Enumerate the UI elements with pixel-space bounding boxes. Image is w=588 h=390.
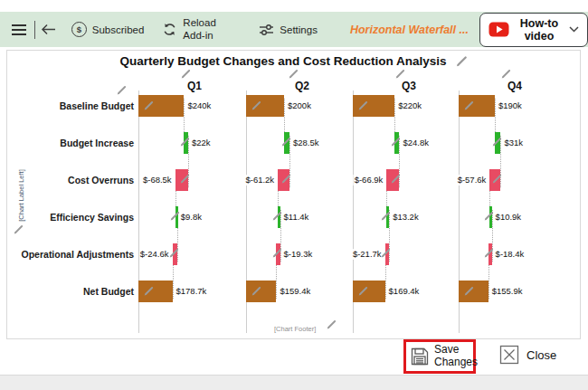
edit-bar-pencil-icon[interactable] — [483, 210, 495, 222]
settings-label: Settings — [280, 24, 318, 35]
reload-addin-button[interactable]: Reload Add-in — [162, 17, 224, 43]
edit-bar-pencil-icon[interactable] — [143, 100, 155, 111]
row-label: Operational Adjustments — [0, 249, 134, 260]
edit-column-header-pencil-icon[interactable] — [394, 68, 406, 80]
howto-video-button[interactable]: How-to video — [479, 13, 588, 47]
bar-value-label: $10.9k — [495, 212, 523, 223]
save-changes-label: Save Changes — [434, 344, 481, 369]
edit-bar-pencil-icon[interactable] — [491, 136, 503, 147]
bar-value-label: $200k — [287, 100, 312, 111]
bar-value-label: $-19.3k — [283, 249, 314, 260]
row-label: Budget Increase — [0, 138, 134, 148]
floppy-disk-icon — [410, 347, 430, 366]
chevron-down-icon — [569, 26, 579, 33]
edit-bar-pencil-icon[interactable] — [251, 100, 262, 111]
bar-value-label: $13.2k — [392, 212, 420, 223]
edit-bar-pencil-icon[interactable] — [357, 100, 369, 111]
edit-bar-pencil-icon[interactable] — [390, 173, 402, 185]
edit-bar-pencil-icon[interactable] — [143, 285, 155, 297]
bar-value-label: $220k — [397, 100, 422, 111]
edit-bar-pencil-icon[interactable] — [390, 136, 402, 147]
edit-bar-pencil-icon[interactable] — [179, 173, 191, 185]
refresh-icon — [162, 22, 177, 37]
bar-value-label: $155.9k — [491, 286, 524, 297]
edit-categories-pencil-icon[interactable] — [116, 84, 128, 96]
bar-value-label: $-61.2k — [244, 175, 275, 185]
edit-bar-pencil-icon[interactable] — [357, 285, 369, 297]
taskbar-strip — [0, 375, 588, 390]
addin-toolbar: $ Subscribed Reload Add-in — [0, 12, 588, 47]
bar-value-label: $159.4k — [279, 286, 311, 297]
bar-value-label: $190k — [498, 100, 523, 111]
reload-addin-label: Reload Add-in — [183, 17, 224, 43]
subscription-dollar-icon: $ — [71, 22, 87, 37]
subscribed-button[interactable]: $ Subscribed — [71, 22, 145, 37]
column-header: Q4 — [459, 80, 571, 92]
column-header: Q3 — [353, 80, 465, 92]
edit-bar-pencil-icon[interactable] — [483, 247, 495, 259]
chart-title-row: Quarterly Budget Changes and Cost Reduct… — [0, 54, 588, 68]
column-header: Q1 — [138, 80, 251, 92]
close-label: Close — [526, 348, 556, 362]
save-changes-button[interactable]: Save Changes — [406, 344, 481, 369]
row-label: Baseline Budget — [0, 100, 134, 111]
edit-bar-pencil-icon[interactable] — [168, 247, 180, 259]
edit-bar-pencil-icon[interactable] — [280, 173, 292, 185]
close-button[interactable]: Close — [499, 345, 556, 365]
edit-bar-pencil-icon[interactable] — [280, 136, 292, 147]
edit-column-header-pencil-icon[interactable] — [288, 68, 299, 80]
youtube-icon — [488, 22, 509, 37]
chart-footer-label[interactable]: [Chart Footer] — [274, 325, 316, 333]
edit-bar-pencil-icon[interactable] — [380, 247, 392, 259]
bar-value-label: $22k — [191, 138, 212, 148]
sliders-icon — [259, 24, 274, 36]
row-label: Net Budget — [0, 286, 134, 297]
edit-bar-pencil-icon[interactable] — [491, 173, 503, 185]
hamburger-menu-icon[interactable] — [10, 23, 28, 37]
edit-bar-pencil-icon[interactable] — [271, 247, 283, 259]
howto-video-label: How-to video — [516, 17, 563, 43]
edit-bar-pencil-icon[interactable] — [179, 136, 191, 147]
addin-title: Horizontal Waterfall ... — [350, 24, 469, 36]
bar-value-label: $178.7k — [175, 286, 208, 297]
edit-bar-pencil-icon[interactable] — [251, 285, 262, 297]
bar-value-label: $28.5k — [292, 138, 320, 148]
bar-value-label: $11.4k — [283, 212, 310, 223]
app-window: $ Subscribed Reload Add-in — [0, 0, 588, 390]
edit-left-label-pencil-icon[interactable] — [13, 224, 24, 235]
bar-value-label: $-66.9k — [354, 175, 384, 185]
bar-value-label: $240k — [186, 100, 212, 111]
edit-bar-pencil-icon[interactable] — [463, 100, 475, 111]
column-header: Q2 — [246, 80, 358, 92]
row-label: Cost Overruns — [0, 175, 134, 185]
edit-bar-pencil-icon[interactable] — [169, 210, 181, 222]
toolbar-separator — [34, 21, 35, 39]
bar-value-label: $-68.5k — [142, 175, 173, 185]
back-arrow-icon[interactable] — [39, 24, 58, 35]
edit-footer-pencil-icon[interactable] — [326, 319, 337, 330]
bar-value-label: $169.4k — [388, 286, 421, 297]
close-x-icon — [499, 345, 519, 365]
edit-bar-pencil-icon[interactable] — [271, 210, 283, 222]
edit-column-header-pencil-icon[interactable] — [500, 68, 512, 80]
bar-value-label: $-24.6k — [139, 249, 170, 260]
bar-value-label: $31k — [503, 138, 524, 148]
subscribed-label: Subscribed — [92, 24, 145, 35]
save-highlight-box: Save Changes — [403, 339, 476, 374]
row-label: Efficiency Savings — [0, 212, 134, 223]
bar-value-label: $-18.4k — [495, 249, 526, 260]
settings-button[interactable]: Settings — [259, 24, 318, 36]
bar-value-label: $9.8k — [180, 212, 203, 223]
bar-value-label: $-21.7k — [352, 249, 383, 260]
edit-bar-pencil-icon[interactable] — [463, 285, 475, 297]
chart-title: Quarterly Budget Changes and Cost Reduct… — [119, 54, 446, 68]
edit-bar-pencil-icon[interactable] — [380, 210, 392, 222]
bar-value-label: $24.8k — [402, 138, 430, 148]
bar-value-label: $-57.6k — [457, 175, 488, 185]
edit-column-header-pencil-icon[interactable] — [180, 68, 192, 80]
edit-title-pencil-icon[interactable] — [455, 54, 469, 68]
